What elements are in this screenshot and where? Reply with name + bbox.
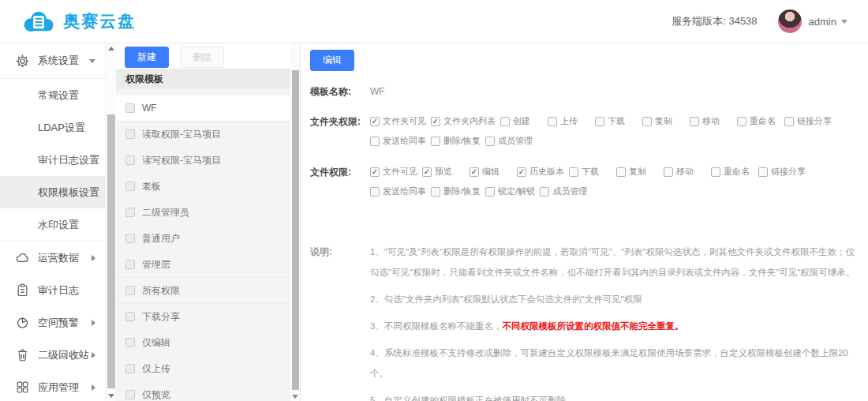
checkbox-icon[interactable] [758,167,768,177]
checkbox-icon[interactable] [125,364,135,373]
template-list-item[interactable]: 下载分享 [116,304,290,330]
template-list-item[interactable]: 二级管理员 [116,200,290,226]
permission-item: 预览 [422,166,470,178]
sidebar-item-watermark-settings[interactable]: 水印设置 [0,208,105,241]
username[interactable]: admin [809,16,836,28]
checkbox-icon[interactable] [500,117,510,126]
sidebar-scrollbar-thumb[interactable] [107,114,115,388]
checkbox-icon[interactable] [125,390,135,399]
scroll-down-icon[interactable] [292,395,298,399]
checkbox-icon[interactable] [125,260,135,269]
template-list-scrollbar[interactable] [290,43,301,401]
template-list-item[interactable]: 仅上传 [116,356,290,382]
checkbox-checked-icon[interactable] [422,167,432,177]
sidebar-item-operation-data[interactable]: 运营数据 [0,242,105,274]
sidebar-item-space-warning[interactable]: 空间预警 [0,306,105,339]
checkbox-icon[interactable] [125,129,135,139]
template-list-scrollbar-thumb[interactable] [292,70,299,390]
checkbox-icon[interactable] [548,117,557,126]
file-permissions-label: 文件权限: [310,166,370,205]
sidebar-item-audit-log[interactable]: 审计日志 [0,274,105,306]
checkbox-checked-icon[interactable] [431,117,440,126]
folder-permissions-row: 文件夹权限: 文件夹可见文件夹内列表创建上传下载复制移动重命名链接分享 发送给同… [310,115,857,155]
checkbox-icon[interactable] [616,167,626,177]
checkbox-icon[interactable] [595,117,604,126]
app-header: 奥赛云盘 服务端版本: 34538 admin [0,0,868,43]
checkbox-icon[interactable] [569,167,578,177]
template-list-panel: 新建 删除 权限模板 WF读取权限-宝马项目读写权限-宝马项目老板二级管理员普通… [116,43,290,401]
permission-item: 移动 [690,115,737,127]
template-list-item[interactable]: 读写权限-宝马项目 [116,148,290,174]
permission-item: 链接分享 [784,115,836,127]
avatar[interactable] [778,9,802,33]
note-3: 3、不同权限模板名称不能重名，不同权限模板所设置的权限值不能完全重复。 [370,316,857,336]
permission-label: 创建 [513,115,530,127]
gear-icon [16,54,29,68]
checkbox-icon[interactable] [431,137,440,146]
checkbox-icon[interactable] [125,338,135,347]
checkbox-icon[interactable] [125,182,135,191]
permission-item: 发送给同事 [370,135,431,147]
sidebar: 系统设置 常规设置 LDAP设置 审计日志设置 权限模板设置 水印设置 运营数据… [0,43,105,401]
checkbox-icon[interactable] [125,286,135,295]
sidebar-item-permission-template-settings[interactable]: 权限模板设置 [0,176,105,208]
scroll-up-icon[interactable] [108,47,114,51]
template-list-item[interactable]: 普通用户 [116,226,290,252]
checkbox-icon[interactable] [711,167,720,177]
checkbox-icon[interactable] [485,187,495,197]
new-template-button[interactable]: 新建 [125,47,169,68]
checkbox-checked-icon[interactable] [517,167,526,177]
app-logo: 奥赛云盘 [21,9,136,34]
sidebar-group-system-settings[interactable]: 系统设置 [0,43,105,79]
checkbox-icon[interactable] [370,187,380,197]
checkbox-icon[interactable] [540,187,549,197]
sidebar-item-ldap-settings[interactable]: LDAP设置 [0,111,105,144]
checkbox-icon[interactable] [664,167,673,177]
user-menu-caret-icon[interactable] [841,20,847,24]
sidebar-scrollbar[interactable] [105,43,116,401]
sidebar-item-app-management[interactable]: 应用管理 [0,371,105,401]
permission-item: 文件夹可见 [370,115,431,127]
sidebar-item-recycle-bin[interactable]: 二级回收站 [0,339,105,371]
template-name: 仅预览 [142,388,170,401]
sidebar-item-audit-log-settings[interactable]: 审计日志设置 [0,144,105,176]
checkbox-icon[interactable] [784,117,794,126]
template-list-item[interactable]: 老板 [116,174,290,200]
template-list-item[interactable]: 所有权限 [116,278,290,304]
checkbox-icon[interactable] [431,187,440,197]
template-name-value: WF [370,85,385,98]
template-list-item[interactable]: 仅预览 [116,382,290,401]
checkbox-icon[interactable] [485,137,495,146]
checkbox-icon[interactable] [125,156,135,165]
checkbox-icon[interactable] [125,234,135,243]
checkbox-checked-icon[interactable] [370,117,380,126]
delete-template-button[interactable]: 删除 [180,47,224,68]
template-name: 管理层 [142,258,170,272]
template-name: 老板 [142,180,161,193]
template-list-item[interactable]: 仅编辑 [116,330,290,356]
checkbox-icon[interactable] [642,117,652,126]
edit-button[interactable]: 编辑 [310,50,354,71]
template-name: 普通用户 [142,232,180,245]
checkbox-icon[interactable] [690,117,699,126]
permission-label: 链接分享 [797,115,832,127]
pie-chart-icon [16,316,29,329]
checkbox-icon[interactable] [737,117,746,126]
permission-label: 移动 [702,115,720,127]
scroll-down-icon[interactable] [108,394,114,398]
template-list-item[interactable]: 读取权限-宝马项目 [116,122,290,148]
template-list-item[interactable]: WF [116,96,290,122]
checkbox-checked-icon[interactable] [470,167,479,177]
sidebar-item-general-settings[interactable]: 常规设置 [0,79,105,111]
checkbox-checked-icon[interactable] [370,167,380,177]
file-permissions-line2: 发送给同事删除/恢复锁定/解锁成员管理 [370,186,810,197]
checkbox-icon[interactable] [125,103,135,113]
template-list-item[interactable]: 管理层 [116,252,290,278]
checkbox-icon[interactable] [125,208,135,217]
checkbox-icon[interactable] [125,312,135,321]
permission-item: 文件可见 [370,166,422,178]
folder-permissions-line1: 文件夹可见文件夹内列表创建上传下载复制移动重命名链接分享 [370,115,836,127]
server-version: 服务端版本: 34538 [672,14,757,28]
chevron-down-icon[interactable] [89,59,95,63]
checkbox-icon[interactable] [370,137,380,146]
